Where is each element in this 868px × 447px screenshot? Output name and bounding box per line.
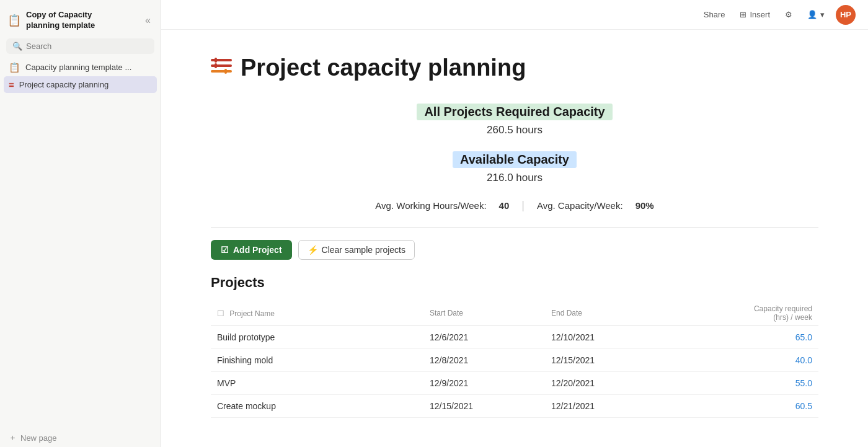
start-date-cell: 12/8/2021 xyxy=(423,349,545,372)
add-project-icon: ☑ xyxy=(221,245,229,255)
start-date-cell: 12/9/2021 xyxy=(423,372,545,395)
available-capacity-stat: Available Capacity 216.0 hours xyxy=(211,151,818,184)
avg-working-hours-value: 40 xyxy=(499,200,510,211)
col-header-start-date: Start Date xyxy=(423,301,545,326)
avg-divider: | xyxy=(521,199,525,212)
project-name-cell: Build prototype xyxy=(211,326,423,349)
table-row: Build prototype 12/6/2021 12/10/2021 65.… xyxy=(211,326,818,349)
sidebar-item-project-capacity[interactable]: ≡ Project capacity planning xyxy=(4,76,157,93)
end-date-cell: 12/15/2021 xyxy=(545,349,666,372)
projects-table: ☐ Project Name Start Date End Date Capac… xyxy=(211,301,818,418)
search-bar[interactable]: 🔍 xyxy=(6,38,154,54)
end-date-cell: 12/10/2021 xyxy=(545,326,666,349)
svg-rect-5 xyxy=(224,69,227,74)
table-row: Create mockup 12/15/2021 12/21/2021 60.5 xyxy=(211,395,818,418)
new-page-button[interactable]: ＋ New page xyxy=(0,428,161,447)
insert-icon: ⊞ xyxy=(740,10,746,19)
projects-heading: Projects xyxy=(211,275,818,291)
project-name-cell: MVP xyxy=(211,372,423,395)
clear-sample-button[interactable]: ⚡ Clear sample projects xyxy=(298,240,415,260)
avg-capacity-value: 90% xyxy=(636,200,654,211)
table-col-icon: ☐ xyxy=(217,309,224,318)
project-name-cell: Create mockup xyxy=(211,395,423,418)
search-icon: 🔍 xyxy=(12,42,22,51)
share-label: Share xyxy=(704,10,725,19)
capacity-template-icon: 📋 xyxy=(9,62,20,73)
all-projects-label: All Projects Required Capacity xyxy=(417,104,612,120)
new-page-plus-icon: ＋ xyxy=(9,432,17,443)
col-header-project-name: ☐ Project Name xyxy=(211,301,423,326)
col-header-end-date: End Date xyxy=(545,301,666,326)
end-date-cell: 12/20/2021 xyxy=(545,372,666,395)
search-input[interactable] xyxy=(26,42,148,51)
sidebar-header: 📋 Copy of Capacity planning template « xyxy=(0,5,161,36)
user-menu-button[interactable]: 👤 ▾ xyxy=(804,7,828,22)
capacity-cell: 60.5 xyxy=(666,395,818,418)
sidebar: 📋 Copy of Capacity planning template « 🔍… xyxy=(0,0,161,447)
start-date-cell: 12/15/2021 xyxy=(423,395,545,418)
section-divider xyxy=(211,227,818,228)
start-date-cell: 12/6/2021 xyxy=(423,326,545,349)
settings-icon: ⚙ xyxy=(785,10,792,19)
svg-rect-2 xyxy=(211,70,232,73)
page-title-row: Project capacity planning xyxy=(211,55,818,81)
end-date-cell: 12/21/2021 xyxy=(545,395,666,418)
col-header-capacity: Capacity required (hrs) / week xyxy=(666,301,818,326)
table-row: MVP 12/9/2021 12/20/2021 55.0 xyxy=(211,372,818,395)
user-icon: 👤 xyxy=(807,10,817,19)
clear-sample-icon: ⚡ xyxy=(308,245,318,255)
available-capacity-value: 216.0 hours xyxy=(211,172,818,184)
add-project-label: Add Project xyxy=(233,245,282,255)
avatar[interactable]: HP xyxy=(836,5,856,25)
sidebar-collapse-button[interactable]: « xyxy=(143,14,153,27)
sidebar-nav: 📋 Capacity planning template ... ≡ Proje… xyxy=(0,59,161,428)
insert-button[interactable]: ⊞ Insert xyxy=(736,7,774,22)
capacity-cell: 55.0 xyxy=(666,372,818,395)
projects-tbody: Build prototype 12/6/2021 12/10/2021 65.… xyxy=(211,326,818,418)
svg-rect-0 xyxy=(211,59,232,61)
table-header-row: ☐ Project Name Start Date End Date Capac… xyxy=(211,301,818,326)
page-title-icon xyxy=(211,57,232,79)
share-button[interactable]: Share xyxy=(700,7,729,22)
svg-rect-3 xyxy=(215,58,217,63)
add-project-button[interactable]: ☑ Add Project xyxy=(211,240,292,260)
available-capacity-label: Available Capacity xyxy=(453,151,577,168)
actions-row: ☑ Add Project ⚡ Clear sample projects xyxy=(211,240,818,260)
topbar: Share ⊞ Insert ⚙ 👤 ▾ HP xyxy=(161,0,868,30)
avg-capacity-label: Avg. Capacity/Week: xyxy=(537,200,623,211)
capacity-cell: 40.0 xyxy=(666,349,818,372)
svg-rect-4 xyxy=(215,63,217,68)
settings-button[interactable]: ⚙ xyxy=(781,7,796,22)
avg-row: Avg. Working Hours/Week: 40 | Avg. Capac… xyxy=(211,199,818,212)
user-chevron-icon: ▾ xyxy=(820,10,825,19)
page-title: Project capacity planning xyxy=(241,55,526,81)
project-capacity-label: Project capacity planning xyxy=(19,80,109,89)
sidebar-item-capacity-template[interactable]: 📋 Capacity planning template ... xyxy=(4,59,157,76)
insert-label: Insert xyxy=(750,10,770,19)
project-capacity-icon: ≡ xyxy=(9,79,14,90)
sidebar-doc-icon: 📋 xyxy=(7,14,21,27)
svg-rect-1 xyxy=(211,64,232,67)
table-row: Finishing mold 12/8/2021 12/15/2021 40.0 xyxy=(211,349,818,372)
all-projects-stat: All Projects Required Capacity 260.5 hou… xyxy=(211,104,818,136)
avg-working-hours-label: Avg. Working Hours/Week: xyxy=(375,200,486,211)
capacity-template-label: Capacity planning template ... xyxy=(25,63,131,72)
new-page-label: New page xyxy=(20,433,57,443)
capacity-cell: 65.0 xyxy=(666,326,818,349)
clear-sample-label: Clear sample projects xyxy=(322,245,405,255)
all-projects-value: 260.5 hours xyxy=(211,124,818,136)
sidebar-title-row: 📋 Copy of Capacity planning template xyxy=(7,10,143,31)
stats-section: All Projects Required Capacity 260.5 hou… xyxy=(211,104,818,184)
main-content: Project capacity planning All Projects R… xyxy=(161,30,868,447)
project-name-cell: Finishing mold xyxy=(211,349,423,372)
sidebar-title: Copy of Capacity planning template xyxy=(26,10,95,31)
